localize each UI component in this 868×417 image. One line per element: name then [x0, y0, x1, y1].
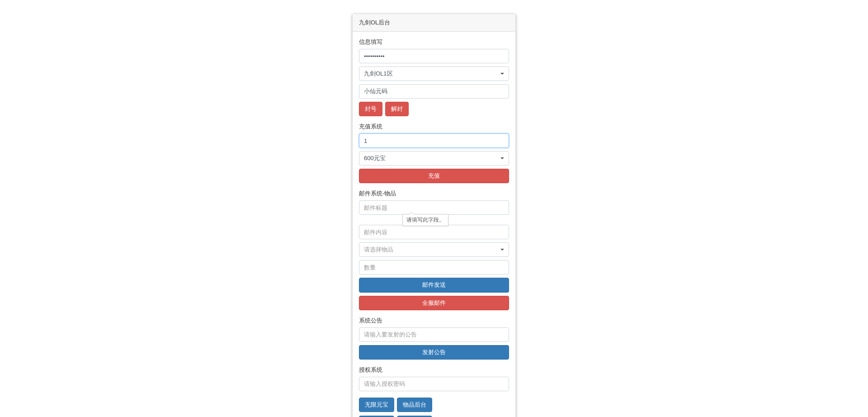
mail-title-input[interactable] [359, 200, 509, 215]
password-input[interactable] [359, 49, 509, 63]
recharge-package-select[interactable]: 600元宝 [359, 151, 509, 166]
mail-item-select[interactable]: 请选择物品 [359, 242, 509, 257]
unban-button[interactable]: 解封 [385, 102, 409, 116]
chevron-down-icon [500, 157, 504, 159]
recharge-amount-input[interactable] [359, 133, 509, 148]
admin-panel: 九剑OL后台 信息填写 九剑OL1区 封号 解封 充值系统 [352, 14, 516, 417]
chevron-down-icon [500, 249, 504, 251]
server-select[interactable]: 九剑OL1区 [359, 66, 509, 81]
mail-section-label: 邮件系统-物品 [359, 190, 509, 198]
mail-content-input[interactable] [359, 225, 509, 239]
item-backend-button[interactable]: 物品后台 [397, 398, 432, 412]
mail-broadcast-button[interactable]: 全服邮件 [359, 296, 509, 310]
recharge-section-label: 充值系统 [359, 123, 509, 131]
auth-section-label: 授权系统 [359, 366, 509, 374]
tooltip-text: 请填写此字段。 [406, 217, 444, 223]
announce-input[interactable] [359, 327, 509, 342]
auth-password-input[interactable] [359, 377, 509, 391]
chevron-down-icon [500, 73, 504, 75]
unlimited-gold-button[interactable]: 无限元宝 [359, 398, 394, 412]
mail-qty-input[interactable] [359, 260, 509, 275]
mail-item-value: 请选择物品 [364, 246, 393, 254]
panel-body: 信息填写 九剑OL1区 封号 解封 充值系统 [353, 32, 515, 417]
character-input[interactable] [359, 84, 509, 99]
recharge-package-value: 600元宝 [364, 154, 386, 162]
validation-tooltip: 请填写此字段。 [402, 214, 448, 226]
announce-send-button[interactable]: 发射公告 [359, 345, 509, 360]
server-select-value: 九剑OL1区 [364, 70, 393, 78]
panel-header: 九剑OL后台 [353, 14, 515, 32]
mail-send-button[interactable]: 邮件发送 [359, 278, 509, 292]
announce-section-label: 系统公告 [359, 317, 509, 325]
recharge-button[interactable]: 充值 [359, 169, 509, 183]
info-section-label: 信息填写 [359, 38, 509, 46]
panel-title: 九剑OL后台 [359, 19, 390, 26]
ban-button[interactable]: 封号 [359, 102, 382, 116]
